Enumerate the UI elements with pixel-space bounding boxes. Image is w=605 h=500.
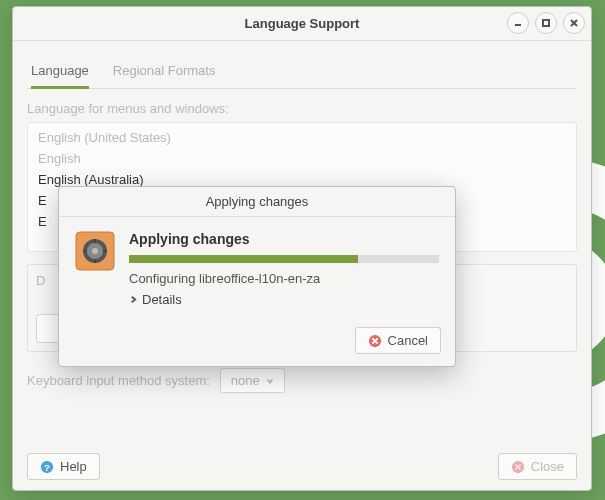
tab-language[interactable]: Language — [31, 55, 89, 88]
applying-changes-dialog: Applying changes Applying changes Config… — [58, 186, 456, 367]
progress-status: Configuring libreoffice-l10n-en-za — [129, 271, 439, 286]
input-method-label: Keyboard input method system: — [27, 373, 210, 388]
list-item[interactable]: English (United States) — [30, 127, 574, 148]
help-button[interactable]: ? Help — [27, 453, 100, 480]
minimize-button[interactable] — [507, 12, 529, 34]
chevron-down-icon — [266, 377, 274, 385]
window-title: Language Support — [245, 16, 360, 31]
dialog-heading: Applying changes — [129, 231, 439, 247]
cancel-label: Cancel — [388, 333, 428, 348]
dialog-title: Applying changes — [206, 194, 309, 209]
details-expander[interactable]: Details — [129, 292, 439, 307]
svg-rect-12 — [543, 20, 549, 26]
languages-label: Language for menus and windows: — [27, 101, 577, 116]
cancel-icon — [368, 334, 382, 348]
titlebar: Language Support — [13, 7, 591, 41]
help-label: Help — [60, 459, 87, 474]
close-button[interactable]: Close — [498, 453, 577, 480]
svg-text:?: ? — [44, 461, 50, 472]
tabs: Language Regional Formats — [27, 55, 577, 89]
close-label: Close — [531, 459, 564, 474]
cancel-button[interactable]: Cancel — [355, 327, 441, 354]
chevron-right-icon — [129, 295, 138, 304]
close-window-button[interactable] — [563, 12, 585, 34]
details-label: Details — [142, 292, 182, 307]
close-icon — [511, 460, 525, 474]
maximize-button[interactable] — [535, 12, 557, 34]
help-icon: ? — [40, 460, 54, 474]
dialog-titlebar: Applying changes — [59, 187, 455, 217]
input-method-select[interactable]: none — [220, 368, 285, 393]
option-row: D — [36, 273, 45, 288]
option-row — [36, 293, 40, 308]
input-method-value: none — [231, 373, 260, 388]
svg-point-23 — [92, 248, 98, 254]
list-item[interactable]: English — [30, 148, 574, 169]
tab-regional-formats[interactable]: Regional Formats — [113, 55, 216, 88]
progress-bar — [129, 255, 439, 263]
package-icon — [75, 231, 115, 271]
